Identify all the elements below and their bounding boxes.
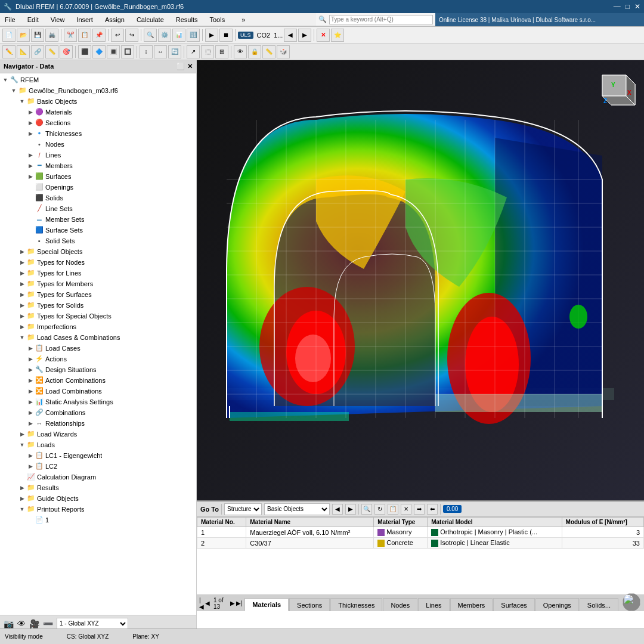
tb-copy[interactable]: 📋 (78, 29, 91, 42)
tree-results[interactable]: ▶ 📁 Results (0, 482, 196, 493)
tb2-4[interactable]: 📏 (45, 45, 58, 58)
tree-special[interactable]: ▶ 📁 Special Objects (0, 246, 196, 257)
tree-lc1[interactable]: ▶ 📋 LC1 - Eigengewicht (0, 450, 196, 461)
tab-openings[interactable]: Openings (535, 598, 579, 611)
tree-load-wizards[interactable]: ▶ 📁 Load Wizards (0, 429, 196, 439)
tb2-eye[interactable]: 👁 (234, 45, 247, 58)
tree-types-solids[interactable]: ▶ 📁 Types for Solids (0, 300, 196, 311)
lw-expand[interactable]: ▶ (18, 431, 26, 437)
tree-design-sit[interactable]: ▶ 🔧 Design Situations (0, 364, 196, 375)
rel-expand[interactable]: ▶ (26, 420, 35, 426)
basic-objects-select[interactable]: Basic Objects (264, 503, 330, 515)
lc2-expand[interactable]: ▶ (26, 463, 35, 469)
nav-restore-btn[interactable]: ⬜ (177, 63, 185, 70)
table-btn-3[interactable]: 📋 (388, 504, 398, 515)
tree-members[interactable]: ▶ ━ Members (0, 160, 196, 171)
ts-expand[interactable]: ▶ (18, 292, 26, 298)
tab-sections[interactable]: Sections (289, 598, 330, 611)
tree-types-members[interactable]: ▶ 📁 Types for Members (0, 278, 196, 289)
loads-expand[interactable]: ▼ (18, 442, 26, 448)
menu-calculate[interactable]: Calculate (134, 15, 166, 24)
coordinate-system-select[interactable]: 1 - Global XYZ (57, 618, 128, 630)
tree-combinations[interactable]: ▶ 🔗 Combinations (0, 407, 196, 418)
sa-expand[interactable]: ▶ (26, 399, 35, 405)
title-controls[interactable]: — □ ✕ (614, 2, 640, 11)
menu-more[interactable]: » (239, 15, 247, 24)
nav-icon-video[interactable]: 🎥 (29, 619, 39, 628)
tree-printout-reports[interactable]: ▼ 📁 Printout Reports (0, 504, 196, 515)
tree-imperfections[interactable]: ▶ 📁 Imperfections (0, 321, 196, 332)
ds-expand[interactable]: ▶ (26, 367, 35, 373)
tree-load-combo[interactable]: ▶ 🔀 Load Combinations (0, 386, 196, 397)
tb2-6[interactable]: ⬛ (78, 45, 91, 58)
tb2-move[interactable]: ↗ (187, 45, 200, 58)
tb-zoom[interactable]: 🔍 (144, 29, 157, 42)
lines-expand[interactable]: ▶ (26, 152, 35, 158)
sec-expand[interactable]: ▶ (26, 120, 35, 126)
tb2-11[interactable]: ↔ (154, 45, 167, 58)
tb-cut[interactable]: ✂️ (64, 29, 77, 42)
table-row[interactable]: 2 C30/37 Concrete Isotropic | Linear Ela… (197, 538, 644, 549)
page-prev-btn[interactable]: ◀ (205, 600, 210, 606)
menu-assign[interactable]: Assign (103, 15, 127, 24)
mem-expand[interactable]: ▶ (26, 163, 35, 169)
minimize-button[interactable]: — (614, 2, 621, 11)
lco-expand[interactable]: ▶ (26, 388, 35, 394)
tab-solids[interactable]: Solids... (580, 598, 618, 611)
tab-thicknesses[interactable]: Thicknesses (330, 598, 382, 611)
tb-next[interactable]: ▶ (298, 29, 311, 42)
menu-view[interactable]: View (48, 15, 67, 24)
tb2-snap[interactable]: 🎲 (277, 45, 290, 58)
imp-expand[interactable]: ▶ (18, 324, 26, 330)
tb2-lock[interactable]: 🔒 (248, 45, 261, 58)
tree-surfacesets[interactable]: 🟦 Surface Sets (0, 225, 196, 236)
tb-calc[interactable]: 🔢 (187, 29, 200, 42)
surf-expand[interactable]: ▶ (26, 174, 35, 179)
close-button[interactable]: ✕ (634, 2, 640, 11)
comb-expand[interactable]: ▶ (26, 410, 35, 416)
tree-materials[interactable]: ▶ 🟣 Materials (0, 107, 196, 117)
tb2-10[interactable]: ↕ (140, 45, 153, 58)
structure-select[interactable]: Structure (224, 503, 262, 515)
tab-materials[interactable]: Materials (244, 598, 289, 611)
tb2-8[interactable]: 🔳 (107, 45, 120, 58)
spec-expand[interactable]: ▶ (18, 249, 26, 255)
tree-types-nodes[interactable]: ▶ 📁 Types for Nodes (0, 257, 196, 268)
tree-solids[interactable]: ⬛ Solids (0, 193, 196, 203)
table-btn-6[interactable]: ⬅ (427, 504, 438, 515)
tree-calc-diagram[interactable]: 📈 Calculation Diagram (0, 472, 196, 482)
tn-expand[interactable]: ▶ (18, 259, 26, 265)
tb-open[interactable]: 📂 (17, 29, 30, 42)
tree-lc2[interactable]: ▶ 📋 LC2 (0, 461, 196, 472)
tb2-7[interactable]: 🔷 (92, 45, 106, 58)
table-btn-2[interactable]: ↻ (374, 504, 385, 515)
basic-expand[interactable]: ▼ (18, 98, 26, 104)
tree-nodes[interactable]: • Nodes (0, 139, 196, 150)
thick-expand[interactable]: ▶ (26, 131, 35, 137)
tree-solidsets[interactable]: ▪ Solid Sets (0, 236, 196, 246)
tree-lines[interactable]: ▶ / Lines (0, 150, 196, 160)
tb2-9[interactable]: 🔲 (121, 45, 134, 58)
nav-left-btn[interactable]: ◀ (332, 504, 343, 515)
table-row[interactable]: 1 Mauerziegel AÖF voll, 6.10 N/mm² Mason… (197, 527, 644, 538)
tb-paste[interactable]: 📌 (92, 29, 106, 42)
tree-types-lines[interactable]: ▶ 📁 Types for Lines (0, 268, 196, 278)
tree-membersets[interactable]: ═ Member Sets (0, 214, 196, 225)
table-btn-4[interactable]: ✕ (401, 504, 411, 515)
maximize-button[interactable]: □ (626, 2, 630, 11)
search-input[interactable] (329, 15, 433, 24)
tb-star[interactable]: ⭐ (331, 29, 344, 42)
res-expand[interactable]: ▶ (18, 485, 26, 491)
act-expand[interactable]: ▶ (26, 356, 35, 362)
menu-tools[interactable]: Tools (207, 15, 227, 24)
tb-redo[interactable]: ↪ (125, 29, 138, 42)
mat-expand[interactable]: ▶ (26, 109, 35, 115)
tb2-select[interactable]: ⬚ (201, 45, 214, 58)
menu-insert[interactable]: Insert (74, 15, 95, 24)
tso-expand[interactable]: ▶ (18, 302, 26, 308)
menu-file[interactable]: File (2, 15, 18, 24)
tm-expand[interactable]: ▶ (18, 281, 26, 287)
tl-expand[interactable]: ▶ (18, 270, 26, 276)
tree-surfaces[interactable]: ▶ 🟩 Surfaces (0, 171, 196, 182)
nav-icon-camera[interactable]: 📷 (4, 619, 14, 628)
